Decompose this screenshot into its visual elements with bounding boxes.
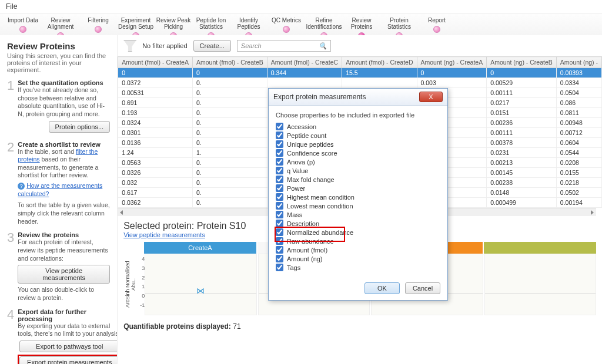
export-dialog: Export protein measurements X Choose pro… [268,88,448,301]
column-header[interactable]: Amount (fmol) - CreateB [192,57,267,68]
column-header[interactable]: Amount (fmol) - CreateD [342,57,417,68]
export-option[interactable]: Peptide count [276,131,440,140]
export-option[interactable]: Anova (p) [276,157,440,166]
export-option-checkbox[interactable] [276,167,283,174]
column-header[interactable]: Amount (ng) - CreateA [417,57,487,68]
column-header[interactable]: Amount (ng) - [556,57,601,68]
export-option[interactable]: Power [276,184,440,193]
help-measurements-link[interactable]: How are the measurements calculated? [18,182,102,197]
view-peptide-measurements-link[interactable]: View peptide measurements [123,231,205,238]
export-option-checkbox[interactable] [276,140,283,148]
export-option-checkbox[interactable] [276,158,283,166]
column-header[interactable]: Amount (fmol) - CreateC [267,57,342,68]
column-header[interactable]: Amount (fmol) - CreateA [118,57,193,68]
export-option[interactable]: q Value [276,166,440,175]
page-title: Review Proteins [7,41,110,51]
export-option-checkbox[interactable] [276,176,283,183]
export-option-checkbox[interactable] [276,264,283,271]
condition-header [484,242,596,254]
export-option-checkbox[interactable] [276,132,283,139]
export-option-checkbox[interactable] [276,246,283,254]
search-icon: 🔍 [319,42,327,50]
export-option[interactable]: Amount (fmol) [276,245,440,254]
no-filter-label: No filter applied [142,42,187,49]
export-option[interactable]: Tags [276,263,440,272]
export-option-checkbox[interactable] [276,202,283,210]
search-input[interactable]: Search🔍 [237,40,331,52]
cancel-button[interactable]: Cancel [405,282,440,294]
condition-header: CreateA [144,242,256,254]
page-subtitle: Using this screen, you can find the prot… [7,52,110,73]
export-option-checkbox[interactable] [276,123,283,130]
create-filter-button[interactable]: Create... [193,40,231,52]
step4-title: Export data for further processing [18,308,118,322]
info-icon: ? [18,183,25,190]
chart-y-ticks: 43210-1 [138,254,145,315]
export-option[interactable]: Description [276,219,440,228]
protein-options-button[interactable]: Protein options... [49,121,111,133]
export-option[interactable]: Highest mean condition [276,193,440,201]
guidance-sidebar: Review Proteins Using this screen, you c… [0,35,118,364]
table-row[interactable]: 000.34415.5000.00393 [118,68,602,78]
dialog-caption: Choose properties to be included in expo… [276,112,440,119]
export-option-checkbox[interactable] [276,211,283,218]
menu-bar: File [0,0,602,14]
export-option-checkbox[interactable] [276,220,283,227]
export-option[interactable]: Max fold change [276,175,440,184]
export-option-checkbox[interactable] [276,255,283,262]
view-peptide-measurements-button[interactable]: View peptide measurements [18,265,110,284]
ok-button[interactable]: OK [364,282,400,294]
step1-desc: If you've not already done so, choose be… [18,86,110,119]
export-pathways-button[interactable]: Export to pathways tool [19,341,118,352]
filter-funnel-icon [123,40,136,52]
export-option[interactable]: Raw abundance [276,237,440,245]
export-protein-measurements-button[interactable]: Export protein measurements [19,356,118,364]
export-option[interactable]: Mass [276,210,440,219]
menu-file[interactable]: File [6,2,17,11]
column-header[interactable]: Amount (ng) - CreateB [487,57,557,68]
export-option-checkbox[interactable] [276,149,283,157]
export-option[interactable]: Confidence score [276,149,440,157]
status-footer: Quantifiable proteins displayed: 71 [118,315,602,338]
export-option[interactable]: Normalized abundance [276,228,440,237]
chart-y-axis-label: ArcSinh Normalised Abu.. [123,254,138,315]
export-option[interactable]: Accession [276,122,440,131]
export-option-checkbox[interactable] [276,193,283,201]
step1-title: Set the quantitation options [18,79,110,86]
export-option[interactable]: Unique peptides [276,140,440,149]
export-option[interactable]: Amount (ng) [276,254,440,263]
export-option-checkbox[interactable] [276,184,283,192]
dialog-title: Export protein measurements [273,93,366,101]
table-row[interactable]: 0.03720.0.0030.005290.0334 [118,78,602,88]
step3-title: Review the proteins [18,231,110,238]
export-option[interactable]: Lowest mean condition [276,201,440,210]
export-option-checkbox[interactable] [276,237,283,245]
export-option-checkbox[interactable] [276,228,283,236]
close-icon[interactable]: X [419,92,443,102]
step2-title: Create a shortlist to review [18,141,110,148]
